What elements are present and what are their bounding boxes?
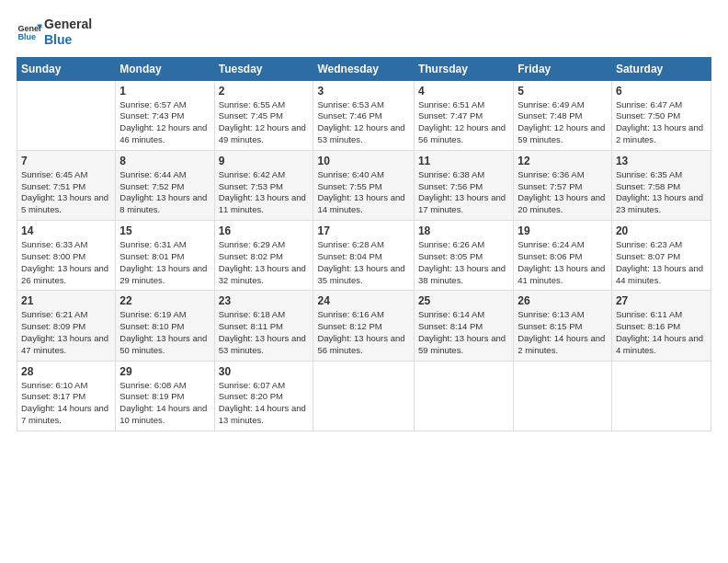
day-number: 24	[317, 294, 409, 307]
day-info: Sunrise: 6:14 AM Sunset: 8:14 PM Dayligh…	[418, 309, 509, 356]
day-number: 2	[219, 85, 310, 98]
day-cell: 7Sunrise: 6:45 AM Sunset: 7:51 PM Daylig…	[17, 150, 116, 220]
day-cell: 30Sunrise: 6:07 AM Sunset: 8:20 PM Dayli…	[214, 361, 313, 431]
day-info: Sunrise: 6:51 AM Sunset: 7:47 PM Dayligh…	[418, 99, 509, 146]
day-info: Sunrise: 6:28 AM Sunset: 8:04 PM Dayligh…	[317, 239, 409, 286]
day-cell	[611, 361, 711, 431]
day-cell: 27Sunrise: 6:11 AM Sunset: 8:16 PM Dayli…	[611, 291, 711, 361]
day-number: 8	[119, 155, 210, 167]
day-cell: 20Sunrise: 6:23 AM Sunset: 8:07 PM Dayli…	[611, 221, 711, 291]
day-cell: 18Sunrise: 6:26 AM Sunset: 8:05 PM Dayli…	[414, 221, 513, 291]
day-cell: 8Sunrise: 6:44 AM Sunset: 7:52 PM Daylig…	[116, 150, 214, 220]
calendar-table: SundayMondayTuesdayWednesdayThursdayFrid…	[17, 57, 711, 431]
day-number: 15	[119, 224, 210, 237]
day-cell: 12Sunrise: 6:36 AM Sunset: 7:57 PM Dayli…	[514, 150, 612, 220]
day-number: 21	[21, 294, 111, 307]
day-number: 13	[616, 155, 707, 167]
week-row-4: 21Sunrise: 6:21 AM Sunset: 8:09 PM Dayli…	[17, 291, 711, 361]
day-number: 5	[518, 85, 608, 98]
day-number: 30	[219, 365, 310, 378]
day-info: Sunrise: 6:35 AM Sunset: 7:58 PM Dayligh…	[616, 169, 707, 216]
day-number: 18	[418, 224, 509, 237]
day-cell: 15Sunrise: 6:31 AM Sunset: 8:01 PM Dayli…	[116, 221, 214, 291]
day-cell: 19Sunrise: 6:24 AM Sunset: 8:06 PM Dayli…	[514, 221, 612, 291]
week-row-2: 7Sunrise: 6:45 AM Sunset: 7:51 PM Daylig…	[17, 150, 711, 220]
main-container: General Blue General Blue SundayMondayTu…	[0, 0, 728, 441]
day-info: Sunrise: 6:33 AM Sunset: 8:00 PM Dayligh…	[21, 239, 111, 286]
day-cell: 25Sunrise: 6:14 AM Sunset: 8:14 PM Dayli…	[414, 291, 513, 361]
day-info: Sunrise: 6:40 AM Sunset: 7:55 PM Dayligh…	[317, 169, 409, 216]
day-number: 10	[317, 155, 409, 167]
day-cell: 10Sunrise: 6:40 AM Sunset: 7:55 PM Dayli…	[313, 150, 414, 220]
day-info: Sunrise: 6:47 AM Sunset: 7:50 PM Dayligh…	[616, 99, 707, 146]
day-info: Sunrise: 6:53 AM Sunset: 7:46 PM Dayligh…	[317, 99, 409, 146]
day-number: 12	[518, 155, 608, 167]
header-row: SundayMondayTuesdayWednesdayThursdayFrid…	[17, 57, 711, 80]
day-cell: 3Sunrise: 6:53 AM Sunset: 7:46 PM Daylig…	[313, 80, 414, 150]
day-cell: 17Sunrise: 6:28 AM Sunset: 8:04 PM Dayli…	[313, 221, 414, 291]
day-info: Sunrise: 6:45 AM Sunset: 7:51 PM Dayligh…	[21, 169, 111, 216]
day-number: 11	[418, 155, 509, 167]
week-row-5: 28Sunrise: 6:10 AM Sunset: 8:17 PM Dayli…	[17, 361, 711, 431]
day-number: 9	[219, 155, 310, 167]
day-info: Sunrise: 6:11 AM Sunset: 8:16 PM Dayligh…	[616, 309, 707, 356]
day-info: Sunrise: 6:57 AM Sunset: 7:43 PM Dayligh…	[119, 99, 210, 146]
day-cell: 14Sunrise: 6:33 AM Sunset: 8:00 PM Dayli…	[17, 221, 116, 291]
day-cell: 2Sunrise: 6:55 AM Sunset: 7:45 PM Daylig…	[214, 80, 313, 150]
day-cell: 16Sunrise: 6:29 AM Sunset: 8:02 PM Dayli…	[214, 221, 313, 291]
day-info: Sunrise: 6:49 AM Sunset: 7:48 PM Dayligh…	[518, 99, 608, 146]
day-cell: 28Sunrise: 6:10 AM Sunset: 8:17 PM Dayli…	[17, 361, 116, 431]
day-info: Sunrise: 6:13 AM Sunset: 8:15 PM Dayligh…	[518, 309, 608, 356]
day-cell: 9Sunrise: 6:42 AM Sunset: 7:53 PM Daylig…	[214, 150, 313, 220]
day-info: Sunrise: 6:36 AM Sunset: 7:57 PM Dayligh…	[518, 169, 608, 216]
logo-text-general: General	[44, 17, 92, 32]
day-cell: 22Sunrise: 6:19 AM Sunset: 8:10 PM Dayli…	[116, 291, 214, 361]
day-info: Sunrise: 6:10 AM Sunset: 8:17 PM Dayligh…	[21, 380, 111, 427]
day-number: 16	[219, 224, 310, 237]
header: General Blue General Blue	[17, 17, 711, 48]
logo-text-blue: Blue	[44, 32, 92, 48]
day-cell: 11Sunrise: 6:38 AM Sunset: 7:56 PM Dayli…	[414, 150, 513, 220]
day-cell: 13Sunrise: 6:35 AM Sunset: 7:58 PM Dayli…	[611, 150, 711, 220]
day-info: Sunrise: 6:44 AM Sunset: 7:52 PM Dayligh…	[119, 169, 210, 216]
day-cell: 6Sunrise: 6:47 AM Sunset: 7:50 PM Daylig…	[611, 80, 711, 150]
col-header-sunday: Sunday	[17, 57, 116, 80]
day-cell: 24Sunrise: 6:16 AM Sunset: 8:12 PM Dayli…	[313, 291, 414, 361]
day-cell	[313, 361, 414, 431]
day-info: Sunrise: 6:42 AM Sunset: 7:53 PM Dayligh…	[219, 169, 310, 216]
day-number: 6	[616, 85, 707, 98]
day-number: 26	[518, 294, 608, 307]
day-info: Sunrise: 6:23 AM Sunset: 8:07 PM Dayligh…	[616, 239, 707, 286]
day-number: 22	[119, 294, 210, 307]
day-cell: 21Sunrise: 6:21 AM Sunset: 8:09 PM Dayli…	[17, 291, 116, 361]
col-header-wednesday: Wednesday	[313, 57, 414, 80]
day-number: 27	[616, 294, 707, 307]
day-number: 14	[21, 224, 111, 237]
day-info: Sunrise: 6:38 AM Sunset: 7:56 PM Dayligh…	[418, 169, 509, 216]
day-number: 19	[518, 224, 608, 237]
day-cell: 29Sunrise: 6:08 AM Sunset: 8:19 PM Dayli…	[116, 361, 214, 431]
col-header-tuesday: Tuesday	[214, 57, 313, 80]
day-number: 25	[418, 294, 509, 307]
day-number: 4	[418, 85, 509, 98]
day-cell: 4Sunrise: 6:51 AM Sunset: 7:47 PM Daylig…	[414, 80, 513, 150]
logo-icon: General Blue	[17, 19, 42, 45]
day-cell: 23Sunrise: 6:18 AM Sunset: 8:11 PM Dayli…	[214, 291, 313, 361]
day-number: 7	[21, 155, 111, 167]
svg-text:Blue: Blue	[17, 32, 36, 41]
week-row-3: 14Sunrise: 6:33 AM Sunset: 8:00 PM Dayli…	[17, 221, 711, 291]
day-info: Sunrise: 6:07 AM Sunset: 8:20 PM Dayligh…	[219, 380, 310, 427]
day-cell	[414, 361, 513, 431]
day-number: 17	[317, 224, 409, 237]
day-info: Sunrise: 6:29 AM Sunset: 8:02 PM Dayligh…	[219, 239, 310, 286]
day-cell: 26Sunrise: 6:13 AM Sunset: 8:15 PM Dayli…	[514, 291, 612, 361]
day-cell: 1Sunrise: 6:57 AM Sunset: 7:43 PM Daylig…	[116, 80, 214, 150]
day-number: 3	[317, 85, 409, 98]
day-number: 28	[21, 365, 111, 378]
col-header-monday: Monday	[116, 57, 214, 80]
day-info: Sunrise: 6:08 AM Sunset: 8:19 PM Dayligh…	[119, 380, 210, 427]
day-info: Sunrise: 6:55 AM Sunset: 7:45 PM Dayligh…	[219, 99, 310, 146]
week-row-1: 1Sunrise: 6:57 AM Sunset: 7:43 PM Daylig…	[17, 80, 711, 150]
day-number: 23	[219, 294, 310, 307]
col-header-friday: Friday	[514, 57, 612, 80]
